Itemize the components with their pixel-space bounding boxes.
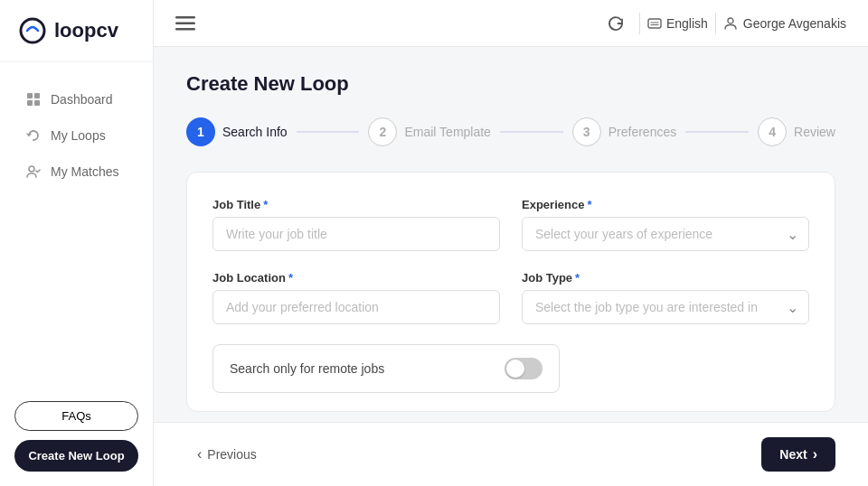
svg-rect-3 — [27, 100, 33, 106]
svg-rect-6 — [175, 16, 195, 19]
job-title-group: Job Title * — [212, 198, 500, 251]
logo-text: loopcv — [54, 19, 118, 42]
page-content: Create New Loop 1 Search Info 2 Email Te… — [154, 47, 868, 422]
remote-jobs-row: Search only for remote jobs — [212, 344, 560, 393]
dashboard-icon — [25, 91, 42, 107]
toggle-knob — [506, 360, 524, 378]
step-4-circle: 4 — [758, 117, 787, 146]
main-content: English George Avgenakis Create New Loop… — [154, 0, 868, 486]
job-location-group: Job Location * — [212, 271, 500, 324]
experience-required: * — [587, 198, 591, 211]
step-line-3 — [685, 131, 749, 133]
next-chevron-icon: › — [813, 446, 817, 463]
remote-jobs-label: Search only for remote jobs — [230, 361, 384, 376]
job-type-select[interactable]: Select the job type you are interested i… — [522, 290, 809, 324]
prev-chevron-icon: ‹ — [197, 446, 202, 463]
job-title-input[interactable] — [212, 217, 500, 251]
remote-jobs-toggle[interactable] — [505, 358, 542, 379]
job-location-input[interactable] — [212, 290, 500, 324]
svg-rect-8 — [175, 28, 195, 31]
step-3-label: Preferences — [609, 125, 676, 139]
svg-rect-4 — [34, 100, 40, 106]
matches-icon — [25, 164, 42, 180]
job-location-label: Job Location * — [212, 271, 500, 285]
user-name-label: George Avgenakis — [743, 16, 846, 31]
logo: loopcv — [0, 0, 153, 62]
sidebar-bottom: FAQs Create New Loop — [0, 387, 153, 486]
topbar-right: English George Avgenakis — [599, 7, 846, 40]
bottom-navigation: ‹ Previous Next › — [154, 422, 868, 486]
job-type-required: * — [575, 271, 580, 285]
menu-button[interactable] — [175, 16, 195, 31]
job-type-group: Job Type * Select the job type you are i… — [522, 271, 809, 324]
svg-point-5 — [29, 166, 34, 172]
form-card: Job Title * Experience * Select your yea… — [186, 172, 835, 412]
sidebar-item-dashboard[interactable]: Dashboard — [7, 82, 146, 117]
job-type-label: Job Type * — [522, 271, 809, 285]
step-2-label: Email Template — [404, 125, 490, 139]
create-new-loop-button[interactable]: Create New Loop — [14, 440, 138, 472]
next-button[interactable]: Next › — [761, 437, 835, 472]
svg-rect-9 — [648, 19, 661, 28]
sidebar-item-dashboard-label: Dashboard — [51, 92, 113, 107]
refresh-icon-button[interactable] — [599, 7, 632, 40]
experience-group: Experience * Select your years of experi… — [522, 198, 809, 251]
step-3: 3 Preferences — [572, 117, 676, 146]
svg-point-0 — [21, 19, 44, 42]
step-line-1 — [297, 131, 360, 133]
step-2-circle: 2 — [368, 117, 397, 146]
sidebar-nav: Dashboard My Loops My Matches — [0, 62, 153, 387]
step-1-circle: 1 — [186, 117, 215, 146]
form-row-1: Job Title * Experience * Select your yea… — [212, 198, 809, 251]
loops-icon — [25, 127, 42, 144]
svg-point-10 — [728, 18, 733, 23]
step-3-circle: 3 — [572, 117, 601, 146]
step-line-2 — [500, 131, 563, 133]
step-4-label: Review — [794, 125, 835, 139]
sidebar-item-my-loops-label: My Loops — [51, 128, 106, 143]
steps-indicator: 1 Search Info 2 Email Template 3 Prefere… — [186, 117, 835, 146]
sidebar-item-my-matches[interactable]: My Matches — [7, 154, 146, 189]
job-type-select-wrapper: Select the job type you are interested i… — [522, 290, 809, 324]
step-1-label: Search Info — [222, 125, 288, 139]
experience-select-wrapper: Select your years of experience ⌄ — [522, 217, 809, 251]
experience-select[interactable]: Select your years of experience — [522, 217, 809, 251]
previous-button[interactable]: ‹ Previous — [186, 439, 268, 470]
page-title: Create New Loop — [186, 72, 835, 96]
experience-label: Experience * — [522, 198, 809, 211]
sidebar-item-my-matches-label: My Matches — [51, 164, 118, 179]
topbar-divider-2 — [715, 13, 716, 34]
step-4: 4 Review — [758, 117, 835, 146]
topbar: English George Avgenakis — [154, 0, 868, 47]
job-title-label: Job Title * — [212, 198, 500, 211]
faqs-button[interactable]: FAQs — [14, 401, 138, 431]
topbar-divider-1 — [639, 13, 640, 34]
form-row-2: Job Location * Job Type * Select the job… — [212, 271, 809, 324]
svg-rect-7 — [175, 22, 195, 24]
sidebar-item-my-loops[interactable]: My Loops — [7, 118, 146, 153]
svg-rect-1 — [27, 93, 33, 98]
job-title-required: * — [263, 198, 268, 211]
language-selector[interactable]: English — [647, 16, 708, 31]
step-2: 2 Email Template — [368, 117, 490, 146]
svg-rect-2 — [34, 93, 40, 98]
sidebar: loopcv Dashboard My Loops My Matches FAQ… — [0, 0, 154, 486]
job-location-required: * — [288, 271, 293, 285]
user-menu[interactable]: George Avgenakis — [723, 16, 846, 31]
logo-icon — [18, 16, 47, 45]
step-1: 1 Search Info — [186, 117, 288, 146]
language-label: English — [666, 16, 708, 31]
